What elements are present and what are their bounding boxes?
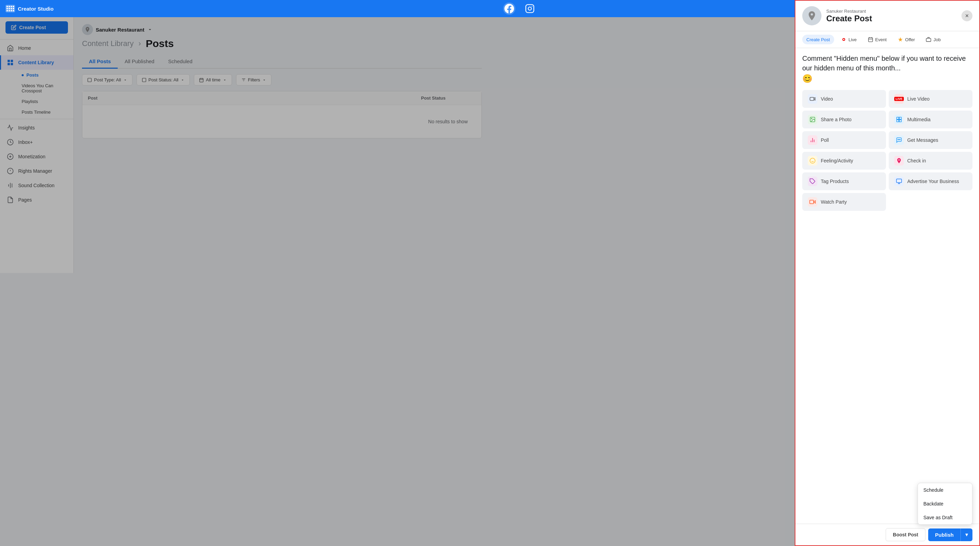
top-nav-icons — [59, 2, 490, 15]
app-layout: Create Post Home Content Library Posts V… — [0, 0, 490, 273]
app-logo-area[interactable]: Creator Studio — [0, 5, 59, 12]
main-content: Sanuker Restaurant Content Library › Pos… — [74, 17, 490, 273]
top-navigation: Creator Studio — [0, 0, 490, 17]
app-logo-icon — [5, 5, 15, 12]
app-name: Creator Studio — [18, 6, 54, 12]
modal-backdrop[interactable] — [74, 17, 490, 273]
